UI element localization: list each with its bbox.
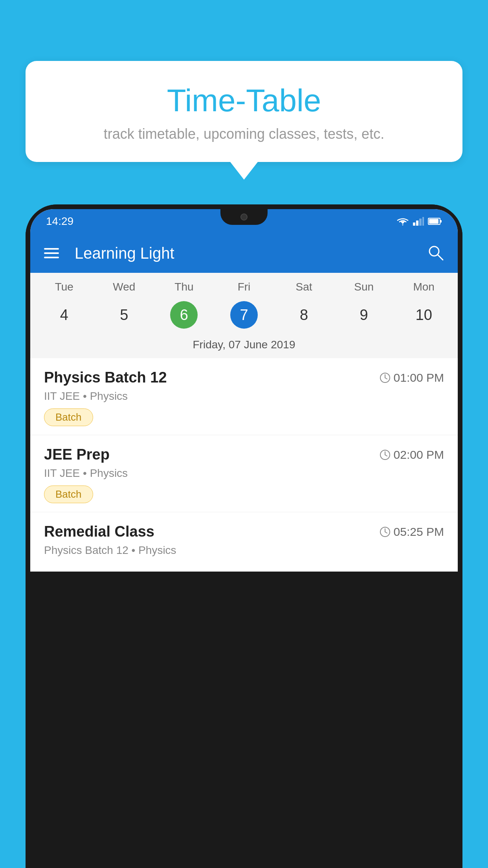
day-label-mon: Mon [394, 281, 454, 293]
schedule-container: Physics Batch 12 01:00 PM IIT JEE • Phys… [30, 358, 458, 572]
hamburger-line [44, 257, 59, 258]
date-cell-9[interactable]: 9 [334, 299, 394, 331]
day-label-sat: Sat [274, 281, 334, 293]
status-bar: 14:29 [30, 209, 458, 234]
day-label-sun: Sun [334, 281, 394, 293]
schedule-item-1-batch-tag: Batch [44, 408, 93, 426]
schedule-item-1-header: Physics Batch 12 01:00 PM [44, 369, 444, 386]
search-icon [427, 244, 444, 261]
schedule-item-2-subtitle: IIT JEE • Physics [44, 467, 444, 480]
svg-rect-3 [419, 219, 422, 226]
status-time: 14:29 [46, 215, 73, 228]
schedule-item-2-title: JEE Prep [44, 446, 110, 463]
svg-marker-0 [400, 221, 405, 224]
date-cell-7[interactable]: 7 [214, 299, 274, 331]
phone-inner-border: 14:29 [26, 204, 462, 572]
day-label-wed: Wed [94, 281, 154, 293]
schedule-item-1-time: 01:00 PM [380, 371, 444, 384]
calendar-section: Tue Wed Thu Fri Sat Sun Mon 4 5 [30, 273, 458, 358]
svg-rect-1 [413, 223, 415, 226]
hamburger-line [44, 248, 59, 250]
selected-date-label: Friday, 07 June 2019 [30, 337, 458, 358]
schedule-item-3-title: Remedial Class [44, 523, 154, 540]
days-header: Tue Wed Thu Fri Sat Sun Mon [30, 273, 458, 297]
svg-line-9 [438, 255, 443, 260]
phone-frame: 14:29 [26, 204, 462, 868]
svg-rect-7 [429, 219, 438, 224]
svg-rect-4 [422, 217, 424, 226]
day-label-tue: Tue [34, 281, 94, 293]
notch [220, 209, 268, 225]
svg-line-15 [385, 455, 387, 456]
svg-line-18 [385, 532, 387, 533]
schedule-item-2-header: JEE Prep 02:00 PM [44, 446, 444, 463]
speech-bubble-title: Time-Table [49, 83, 439, 119]
svg-rect-6 [440, 220, 442, 223]
date-number-10: 10 [410, 301, 438, 329]
schedule-item-2[interactable]: JEE Prep 02:00 PM IIT JEE • Physics Batc… [30, 435, 458, 512]
schedule-item-3[interactable]: Remedial Class 05:25 PM Physics Batch 12… [30, 512, 458, 572]
svg-line-12 [385, 378, 387, 379]
schedule-item-2-time: 02:00 PM [380, 448, 444, 462]
svg-rect-2 [416, 221, 418, 226]
wifi-icon [396, 217, 409, 226]
date-number-5: 5 [110, 301, 138, 329]
speech-bubble-subtitle: track timetable, upcoming classes, tests… [49, 126, 439, 142]
search-button[interactable] [427, 244, 444, 263]
app-bar: Learning Light [30, 234, 458, 273]
date-number-7-selected: 7 [230, 301, 258, 329]
speech-bubble-section: Time-Table track timetable, upcoming cla… [26, 61, 462, 180]
hamburger-line [44, 252, 59, 254]
schedule-item-1-title: Physics Batch 12 [44, 369, 167, 386]
speech-bubble-tail [230, 162, 258, 180]
date-number-9: 9 [350, 301, 378, 329]
app-bar-title: Learning Light [75, 245, 415, 262]
dates-row: 4 5 6 7 8 9 [30, 297, 458, 337]
schedule-item-1-subtitle: IIT JEE • Physics [44, 390, 444, 403]
date-number-8: 8 [290, 301, 318, 329]
speech-bubble: Time-Table track timetable, upcoming cla… [26, 61, 462, 162]
date-number-6-today: 6 [170, 301, 198, 329]
camera-notch [240, 213, 248, 221]
date-cell-6[interactable]: 6 [154, 299, 214, 331]
date-cell-4[interactable]: 4 [34, 299, 94, 331]
clock-icon [380, 372, 391, 383]
schedule-item-2-batch-tag: Batch [44, 485, 93, 503]
day-label-thu: Thu [154, 281, 214, 293]
clock-icon [380, 449, 391, 460]
phone-screen: 14:29 [30, 209, 458, 572]
hamburger-menu-icon[interactable] [44, 248, 59, 258]
schedule-item-3-header: Remedial Class 05:25 PM [44, 523, 444, 540]
date-cell-8[interactable]: 8 [274, 299, 334, 331]
clock-icon [380, 526, 391, 537]
battery-icon [428, 217, 442, 226]
signal-icon [413, 217, 424, 226]
status-icons [396, 217, 442, 226]
date-cell-10[interactable]: 10 [394, 299, 454, 331]
date-number-4: 4 [50, 301, 78, 329]
day-label-fri: Fri [214, 281, 274, 293]
schedule-item-1[interactable]: Physics Batch 12 01:00 PM IIT JEE • Phys… [30, 358, 458, 435]
date-cell-5[interactable]: 5 [94, 299, 154, 331]
schedule-item-3-subtitle: Physics Batch 12 • Physics [44, 544, 444, 557]
schedule-item-3-time: 05:25 PM [380, 525, 444, 539]
